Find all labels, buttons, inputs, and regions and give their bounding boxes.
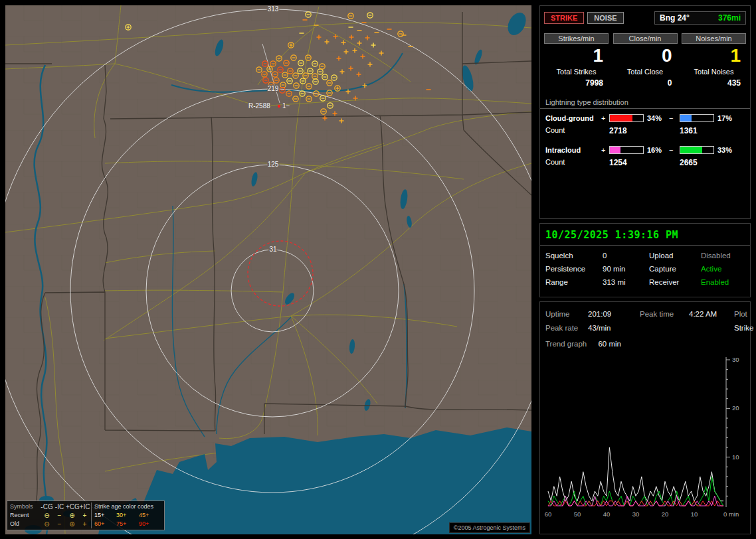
svg-text:20: 20 [662, 510, 669, 518]
svg-text:1−: 1− [282, 102, 290, 110]
strikes-per-min-value: 1 [544, 44, 609, 66]
range-label: Range [545, 278, 603, 286]
svg-text:31: 31 [269, 246, 277, 253]
squelch-label: Squelch [545, 252, 603, 260]
bearing-value: Bng 24° [660, 13, 690, 23]
bearing-range-value: 376mi [718, 13, 741, 23]
ic-plus-bar [609, 146, 644, 154]
peak-time-value: 4:22 AM [689, 310, 734, 318]
persistence-label: Persistence [545, 265, 603, 273]
cloud-ground-label: Cloud-ground [545, 114, 601, 122]
peak-rate-value: 43/min [588, 324, 640, 332]
capture-status: Active [701, 265, 745, 273]
noise-mode-button[interactable]: NOISE [587, 12, 623, 24]
bearing-readout: Bng 24° 376mi [654, 11, 746, 25]
ic-plus-count: 1254 [609, 158, 669, 167]
strike-mode-button[interactable]: STRIKE [544, 12, 584, 24]
cg-minus-count: 1361 [680, 126, 745, 135]
svg-text:R-2588: R-2588 [248, 102, 270, 110]
count-label: Count [545, 126, 601, 135]
strikes-per-min-button[interactable]: Strikes/min [544, 33, 609, 44]
legend-col-neg-cg: -CG [41, 502, 53, 511]
counters-box: STRIKE NOISE Bng 24° 376mi Strikes/min 1… [539, 5, 751, 219]
intracloud-count-row: Count 1254 2665 [540, 154, 750, 167]
upload-status: Disabled [701, 252, 745, 260]
total-strikes-value: 7998 [544, 76, 609, 88]
trend-graph-window: 60 min [598, 340, 621, 348]
minus-sign: − [669, 114, 680, 122]
age-15: 15+ [91, 511, 116, 520]
cloud-ground-row: Cloud-ground + 34% − 17% [540, 109, 750, 122]
lightning-map[interactable]: R-25881−31321912531 [5, 5, 531, 534]
cg-minus-bar [680, 114, 714, 122]
close-per-min-button[interactable]: Close/min [613, 33, 678, 44]
pos-ic-old-icon: + [78, 520, 91, 528]
strike-legend: Symbols -CG -IC +CG +IC Strike age color… [7, 501, 165, 530]
svg-text:313: 313 [268, 5, 279, 13]
datetime-display: 10/25/2025 1:39:16 PM [540, 224, 750, 246]
legend-col-neg-ic: -IC [53, 502, 66, 511]
receiver-label: Receiver [649, 278, 701, 286]
legend-recent-label: Recent [10, 511, 41, 520]
copyright: ©2005 Astrogenic Systems [449, 522, 530, 533]
cg-minus-pct: 17% [714, 114, 745, 122]
count-label: Count [545, 158, 601, 167]
app-window: R-25881−31321912531 Symbols -CG -IC +CG … [0, 0, 756, 539]
distribution-title: Lightning type distribution [540, 88, 750, 108]
ic-minus-bar [680, 146, 714, 154]
svg-text:0 min: 0 min [723, 510, 739, 518]
svg-text:20: 20 [732, 404, 739, 412]
total-strikes-label: Total Strikes [544, 68, 609, 76]
map-panel: R-25881−31321912531 Symbols -CG -IC +CG … [5, 5, 531, 534]
neg-cg-old-icon: ⊖ [41, 520, 53, 528]
ic-minus-pct: 33% [714, 146, 745, 154]
total-noises-value: 435 [682, 76, 746, 88]
neg-cg-recent-icon: ⊖ [41, 511, 53, 520]
cg-plus-pct: 34% [644, 114, 669, 122]
legend-col-pos-ic: +IC [78, 502, 91, 511]
neg-ic-old-icon: − [53, 520, 66, 528]
noises-per-min-button[interactable]: Noises/min [682, 33, 746, 44]
cloud-ground-count-row: Count 2718 1361 [540, 122, 750, 135]
intracloud-row: Intracloud + 16% − 33% [540, 141, 750, 154]
svg-text:60: 60 [545, 510, 552, 518]
pos-cg-recent-icon: ⊕ [66, 511, 78, 520]
trend-graph-label: Trend graph [545, 340, 587, 348]
total-close-label: Total Close [613, 68, 678, 76]
capture-label: Capture [649, 265, 701, 273]
status-box: 10/25/2025 1:39:16 PM Squelch 0 Upload D… [539, 223, 751, 297]
squelch-value: 0 [603, 252, 649, 260]
legend-age-header: Strike age color codes [91, 502, 161, 511]
range-value: 313 mi [603, 278, 649, 286]
intracloud-label: Intracloud [545, 146, 601, 154]
age-45: 45+ [139, 511, 161, 520]
plus-sign: + [601, 114, 609, 122]
peak-time-label: Peak time [640, 310, 689, 318]
uptime-label: Uptime [545, 310, 588, 318]
trend-box: Uptime 201:09 Peak time 4:22 AM Plot Pea… [539, 301, 751, 534]
pos-cg-old-icon: ⊕ [66, 520, 78, 528]
plot-value: Strike [734, 324, 753, 332]
age-90: 90+ [139, 520, 161, 528]
svg-text:219: 219 [268, 85, 279, 92]
legend-old-label: Old [10, 520, 41, 528]
svg-text:10: 10 [732, 453, 739, 461]
age-30: 30+ [116, 511, 139, 520]
cg-plus-count: 2718 [609, 126, 669, 135]
ic-plus-pct: 16% [644, 146, 669, 154]
uptime-value: 201:09 [588, 310, 640, 318]
minus-sign: − [669, 146, 680, 154]
legend-symbols-header: Symbols [10, 502, 41, 511]
noises-per-min-value: 1 [682, 44, 746, 66]
legend-col-pos-cg: +CG [66, 502, 78, 511]
total-noises-label: Total Noises [682, 68, 746, 76]
total-close-value: 0 [613, 76, 678, 88]
svg-text:125: 125 [268, 161, 279, 168]
svg-text:40: 40 [603, 510, 611, 518]
trend-graph: 1020306050403020100 min [543, 352, 746, 526]
age-60: 60+ [91, 520, 116, 528]
neg-ic-recent-icon: − [53, 511, 66, 520]
ic-minus-count: 2665 [680, 158, 745, 167]
svg-text:50: 50 [574, 510, 581, 518]
svg-text:30: 30 [732, 356, 739, 363]
